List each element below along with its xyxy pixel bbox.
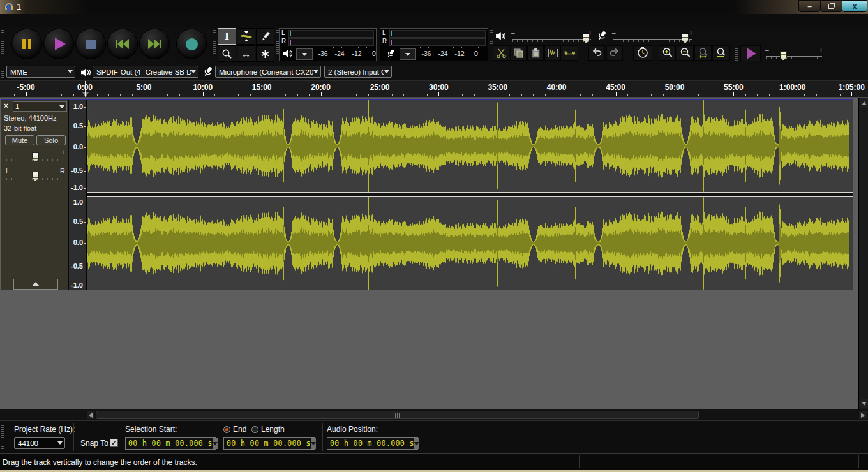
pause-button[interactable] (11, 29, 42, 59)
selection-tool-button[interactable]: I (218, 28, 236, 45)
transport-toolbar-grip[interactable] (1, 30, 4, 60)
gain-slider[interactable]: − + (5, 149, 66, 165)
cut-button[interactable] (493, 45, 509, 61)
track-canvas-area[interactable]: × 1 Stereo, 44100Hz 32-bit float Mute So… (0, 98, 868, 409)
close-button[interactable]: x (842, 0, 867, 12)
skip-to-start-button[interactable] (107, 29, 138, 59)
ruler-tick (392, 94, 393, 96)
timefield-dropdown[interactable] (414, 438, 419, 449)
close-icon: x (853, 2, 857, 11)
audio-track[interactable]: × 1 Stereo, 44100Hz 32-bit float Mute So… (1, 99, 853, 290)
sync-lock-button[interactable] (633, 45, 652, 61)
project-rate-select[interactable]: 44100 (14, 437, 65, 449)
silence-audio-button[interactable] (562, 45, 578, 61)
play-button[interactable] (43, 29, 74, 59)
play-at-speed-toolbar-grip[interactable] (735, 47, 738, 61)
copy-button[interactable] (510, 45, 527, 61)
track-name-menu[interactable]: 1 (13, 101, 67, 112)
collapse-track-button[interactable] (13, 279, 58, 290)
minimize-button[interactable]: – (798, 0, 821, 12)
skip-to-end-button[interactable] (139, 29, 170, 59)
scroll-up-button[interactable] (860, 98, 868, 108)
horizontal-scrollbar[interactable] (0, 409, 868, 420)
draw-tool-button[interactable] (256, 28, 274, 45)
input-volume-slider[interactable]: − + (611, 31, 693, 45)
device-toolbar-grip[interactable] (1, 66, 4, 78)
zoom-in-icon (662, 47, 673, 59)
trim-audio-button[interactable] (544, 45, 561, 61)
recording-channels-select[interactable]: 2 (Stereo) Input C (324, 66, 392, 78)
waveform-channel-right[interactable] (86, 197, 853, 290)
solo-button[interactable]: Solo (36, 135, 66, 145)
ruler-tick (321, 92, 322, 96)
timefield-dropdown[interactable] (213, 438, 218, 449)
playback-device-select[interactable]: SPDIF-Out (4- Creative SB Dig (93, 66, 198, 78)
timeline-ruler[interactable]: -5:000:005:0010:0015:0020:0025:0030:0035… (0, 81, 868, 98)
playback-speed-slider[interactable]: − + (765, 48, 823, 62)
paste-button[interactable] (527, 45, 544, 61)
recording-device-select[interactable]: Microphone (Conexant CX206 (215, 66, 321, 78)
vertical-ruler-value: 0.0 (73, 143, 83, 151)
zoom-tool-button[interactable] (218, 45, 236, 62)
envelope-tool-button[interactable] (237, 28, 255, 45)
meter-left-label: L (382, 29, 389, 36)
recording-meter-dropdown[interactable] (400, 48, 416, 60)
ruler-tick (580, 94, 581, 96)
redo-button[interactable] (606, 45, 623, 61)
end-radio[interactable] (223, 426, 230, 433)
length-radio[interactable] (251, 426, 258, 433)
undo-button[interactable] (588, 45, 605, 61)
ruler-tick (262, 92, 262, 96)
zoom-in-button[interactable] (659, 45, 676, 61)
vertical-scrollbar[interactable] (858, 98, 868, 409)
undo-icon (591, 48, 602, 58)
stop-button[interactable] (75, 29, 106, 59)
snap-to-checkbox[interactable]: ✓ (110, 439, 118, 447)
restore-button[interactable] (820, 0, 842, 12)
audio-position-field[interactable]: 00 h 00 m 00.000 s (327, 437, 418, 450)
track-control-panel[interactable]: × 1 Stereo, 44100Hz 32-bit float Mute So… (1, 100, 69, 290)
playback-meter[interactable]: L R -36-24-120 (279, 28, 377, 61)
project-rate-label: Project Rate (Hz): (14, 425, 75, 434)
vertical-ruler-value: 0.0 (73, 239, 83, 246)
vertical-scale-ruler[interactable]: 1.00.50.0-0.5-1.01.00.50.0-0.5-1.0 (69, 100, 86, 290)
ruler-tick (380, 92, 380, 96)
selection-end-field[interactable]: 00 h 00 m 00.000 s (223, 437, 315, 450)
mute-button[interactable]: Mute (5, 135, 34, 145)
arrow-down-icon (862, 402, 867, 406)
selection-start-field[interactable]: 00 h 00 m 00.000 s (125, 437, 216, 450)
audio-host-select[interactable]: MME (6, 66, 75, 78)
record-button[interactable] (176, 29, 207, 59)
waveform-area[interactable] (86, 100, 853, 290)
record-icon (186, 38, 198, 50)
scroll-down-button[interactable] (860, 399, 868, 408)
ruler-tick (781, 94, 781, 96)
multi-tool-button[interactable] (256, 45, 274, 62)
play-at-speed-button[interactable] (740, 45, 761, 61)
tools-toolbar-grip[interactable] (213, 30, 216, 60)
recording-meter[interactable]: L R -36-24-120 (380, 28, 488, 61)
zoom-out-button[interactable] (677, 45, 694, 61)
timeshift-tool-button[interactable]: ↔ (237, 45, 255, 62)
selection-toolbar-grip[interactable] (1, 424, 4, 450)
ruler-tick (616, 92, 617, 96)
ruler-tick (769, 94, 770, 96)
scroll-left-button[interactable] (87, 411, 94, 419)
slider-min-label: − (611, 29, 616, 38)
track-close-button[interactable]: × (4, 102, 8, 110)
output-volume-slider[interactable]: − + (511, 31, 592, 45)
mixer-toolbar-grip[interactable] (490, 30, 493, 44)
window-title: 1 (17, 2, 21, 11)
playback-meter-dropdown[interactable] (296, 48, 313, 60)
chevron-down-icon (59, 105, 64, 111)
toolbar-separator (73, 423, 74, 451)
waveform-channel-left[interactable] (86, 100, 853, 192)
pan-slider[interactable]: L R (5, 168, 66, 184)
playhead-marker-icon[interactable] (82, 92, 89, 97)
fit-selection-button[interactable] (694, 45, 712, 61)
pause-icon (22, 39, 31, 49)
fit-project-button[interactable] (712, 45, 730, 61)
scroll-right-button[interactable] (859, 411, 867, 419)
timefield-dropdown[interactable] (311, 438, 316, 449)
horizontal-scroll-thumb[interactable] (96, 411, 699, 419)
